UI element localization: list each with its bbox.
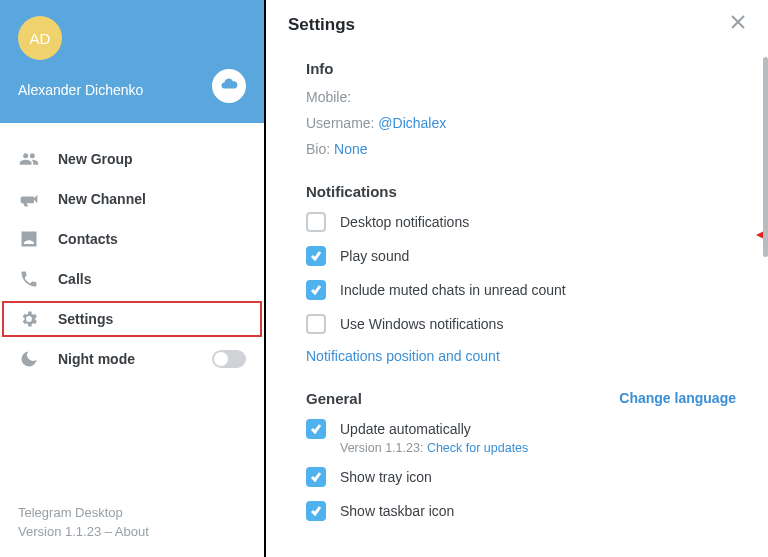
checkbox-checked-icon (306, 501, 326, 521)
scrollbar[interactable] (762, 50, 768, 540)
cloud-button[interactable] (212, 69, 246, 103)
section-title-info: Info (306, 60, 736, 77)
checkbox-checked-icon (306, 467, 326, 487)
sidebar-header: AD Alexander Dichenko (0, 0, 264, 123)
opt-show-tray-icon[interactable]: Show tray icon (306, 467, 736, 487)
info-username-label: Username: (306, 115, 378, 131)
sidebar-item-label: Calls (58, 271, 91, 287)
panel-body: Info Mobile: Username: @Dichalex Bio: No… (266, 50, 768, 557)
group-icon (18, 149, 40, 169)
version-line: Version 1.1.23 – About (18, 524, 246, 539)
check-updates-link[interactable]: Check for updates (427, 441, 528, 455)
person-icon (18, 229, 40, 249)
section-general: General Change language Update automatic… (306, 390, 736, 521)
opt-show-taskbar-icon[interactable]: Show taskbar icon (306, 501, 736, 521)
opt-label: Show tray icon (340, 469, 432, 485)
checkbox-checked-icon (306, 246, 326, 266)
opt-label: Play sound (340, 248, 409, 264)
settings-panel: Settings Info Mobile: Username: @Dichale… (266, 0, 768, 557)
info-mobile: Mobile: (306, 89, 736, 105)
opt-label: Use Windows notifications (340, 316, 503, 332)
sidebar-item-new-channel[interactable]: New Channel (0, 179, 264, 219)
username-link[interactable]: @Dichalex (378, 115, 446, 131)
opt-desktop-notifications[interactable]: Desktop notifications (306, 212, 736, 232)
app-name: Telegram Desktop (18, 505, 246, 520)
page-title: Settings (288, 15, 355, 35)
close-button[interactable] (730, 14, 746, 34)
change-language-link[interactable]: Change language (619, 390, 736, 406)
about-link[interactable]: About (115, 524, 149, 539)
sidebar-menu: New Group New Channel Contacts Calls Set… (0, 123, 264, 379)
opt-windows-notifications[interactable]: Use Windows notifications (306, 314, 736, 334)
opt-label: Include muted chats in unread count (340, 282, 566, 298)
sidebar-item-label: New Channel (58, 191, 146, 207)
bio-link[interactable]: None (334, 141, 367, 157)
section-title-general: General Change language (306, 390, 736, 407)
megaphone-icon (18, 189, 40, 209)
checkbox-unchecked-icon (306, 314, 326, 334)
info-username: Username: @Dichalex (306, 115, 736, 131)
gear-icon (18, 309, 40, 329)
section-info: Info Mobile: Username: @Dichalex Bio: No… (306, 60, 736, 157)
opt-label: Desktop notifications (340, 214, 469, 230)
checkbox-unchecked-icon (306, 212, 326, 232)
checkbox-checked-icon (306, 419, 326, 439)
sidebar: AD Alexander Dichenko New Group New Chan… (0, 0, 266, 557)
checkbox-checked-icon (306, 280, 326, 300)
panel-header: Settings (266, 0, 768, 50)
opt-update-automatically[interactable]: Update automatically (306, 419, 736, 439)
night-mode-toggle[interactable] (212, 350, 246, 368)
info-bio: Bio: None (306, 141, 736, 157)
version-text: Version 1.1.23 – (18, 524, 115, 539)
opt-label: Show taskbar icon (340, 503, 454, 519)
cloud-icon (220, 75, 238, 97)
moon-icon (18, 349, 40, 369)
sidebar-item-night-mode[interactable]: Night mode (0, 339, 264, 379)
opt-play-sound[interactable]: Play sound (306, 246, 736, 266)
version-sub-text: Version 1.1.23: (340, 441, 427, 455)
sidebar-item-contacts[interactable]: Contacts (0, 219, 264, 259)
sidebar-item-label: New Group (58, 151, 133, 167)
avatar[interactable]: AD (18, 16, 62, 60)
info-bio-label: Bio: (306, 141, 334, 157)
sidebar-item-settings[interactable]: Settings (0, 299, 264, 339)
opt-include-muted[interactable]: Include muted chats in unread count (306, 280, 736, 300)
sidebar-item-label: Contacts (58, 231, 118, 247)
sidebar-item-label: Settings (58, 311, 113, 327)
sidebar-item-label: Night mode (58, 351, 135, 367)
general-title-text: General (306, 390, 362, 407)
opt-label: Update automatically (340, 421, 471, 437)
update-sublabel: Version 1.1.23: Check for updates (340, 441, 736, 455)
scrollbar-thumb[interactable] (763, 57, 768, 257)
notifications-position-link[interactable]: Notifications position and count (306, 348, 736, 364)
sidebar-item-new-group[interactable]: New Group (0, 139, 264, 179)
sidebar-item-calls[interactable]: Calls (0, 259, 264, 299)
close-icon (730, 16, 746, 33)
section-notifications: Notifications Desktop notifications Play… (306, 183, 736, 364)
sidebar-footer: Telegram Desktop Version 1.1.23 – About (0, 505, 264, 557)
phone-icon (18, 269, 40, 289)
section-title-notifications: Notifications (306, 183, 736, 200)
